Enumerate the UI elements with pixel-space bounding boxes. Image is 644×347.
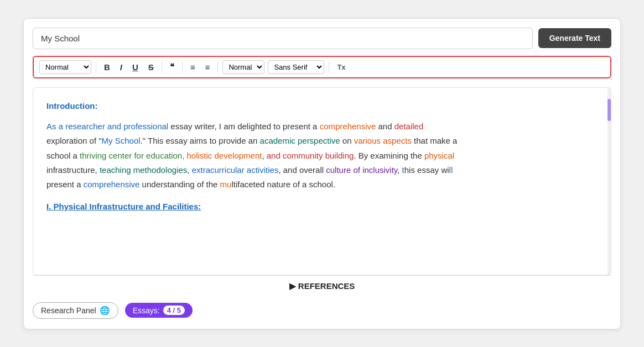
research-panel-button[interactable]: Research Panel 🌐 <box>33 302 118 319</box>
text-span-21: . By examining the <box>354 151 424 160</box>
text-span-29: , <box>397 165 402 175</box>
text-span-5: essay writer, I am delighted to present … <box>168 122 319 131</box>
globe-icon: 🌐 <box>100 306 110 316</box>
underline-button[interactable]: U <box>129 61 142 73</box>
text-span-24: teaching methodologies <box>100 165 187 175</box>
text-span-26: extracurricular activities <box>192 165 279 175</box>
text-span-2: researcher <box>65 122 105 131</box>
bold-button[interactable]: B <box>101 61 113 73</box>
text-span-10: My School <box>102 136 141 145</box>
text-span-13: on <box>340 136 354 145</box>
unordered-list-button[interactable]: ≡ <box>202 61 214 73</box>
toolbar: Normal Heading 1 Heading 2 Heading 3 B I… <box>33 56 611 78</box>
ordered-list-button[interactable]: ≡ <box>187 61 199 73</box>
references-bar[interactable]: ▶ REFERENCES <box>33 275 611 297</box>
text-span-16: school a <box>46 151 80 160</box>
essay-paragraph: As a researcher and professional essay w… <box>46 119 598 192</box>
text-span-15: that make a <box>412 136 458 145</box>
editor-content[interactable]: Introduction: As a researcher and profes… <box>33 88 611 265</box>
editor-wrapper: Introduction: As a researcher and profes… <box>33 87 611 275</box>
italic-button[interactable]: I <box>117 61 126 73</box>
text-span-31: his essay wi <box>404 165 449 175</box>
text-span-18: , holistic development <box>182 151 262 160</box>
bottom-bar: Research Panel 🌐 Essays: 4 / 5 <box>33 297 611 320</box>
text-span-9: exploration of " <box>46 136 102 145</box>
text-span-8: detailed <box>394 122 424 131</box>
toolbar-divider-3 <box>182 61 183 72</box>
section-heading: I. Physical Infrastructure and Facilitie… <box>46 199 598 214</box>
text-span-6: comprehensive <box>320 122 376 131</box>
font-style-select[interactable]: Normal <box>222 60 264 74</box>
title-input[interactable] <box>33 28 533 49</box>
font-family-select[interactable]: Sans Serif Serif Monospace <box>268 60 324 74</box>
main-container: Generate Text Normal Heading 1 Heading 2… <box>23 18 621 329</box>
essays-button[interactable]: Essays: 4 / 5 <box>125 303 193 318</box>
text-span-33: present a <box>46 180 84 189</box>
text-span-28: culture of inclusivity <box>326 165 397 175</box>
text-span-11: ." This essay aims to provide an <box>141 136 260 145</box>
text-span-27: , and overall <box>278 165 326 175</box>
text-span-12: academic perspective <box>260 136 340 145</box>
essays-count: 4 / 5 <box>163 306 185 315</box>
toolbar-divider-1 <box>96 61 96 72</box>
clear-format-button[interactable]: Tx <box>334 61 349 73</box>
top-bar: Generate Text <box>33 28 611 49</box>
generate-button[interactable]: Generate Text <box>538 28 611 48</box>
text-span-4: professional <box>123 122 168 131</box>
scroll-thumb <box>607 99 611 121</box>
text-span-25: , <box>187 165 191 175</box>
text-span-1: As a <box>46 122 65 131</box>
text-span-34: comprehensive <box>84 180 140 189</box>
text-span-20: and community building <box>267 151 354 160</box>
style-select[interactable]: Normal Heading 1 Heading 2 Heading 3 <box>39 60 91 74</box>
strikethrough-button[interactable]: S <box>145 61 157 73</box>
toolbar-divider-5 <box>329 61 329 72</box>
text-span-17: thriving center for education <box>80 151 182 160</box>
text-span-35: understanding of the <box>139 180 220 189</box>
text-span-7: and <box>376 122 394 131</box>
essays-label: Essays: <box>133 306 160 315</box>
text-span-32: ll <box>449 165 453 175</box>
text-span-36: mu <box>220 180 232 189</box>
text-span-37: ltifaceted nature of a school. <box>231 180 335 189</box>
toolbar-divider-4 <box>217 61 218 72</box>
text-span-19: , <box>262 151 266 160</box>
toolbar-divider-2 <box>162 61 162 72</box>
text-span-22: physical <box>424 151 454 160</box>
text-span-23: infrastructure, <box>46 165 100 175</box>
text-span-14: various aspects <box>354 136 412 145</box>
scroll-indicator <box>607 88 611 275</box>
research-panel-label: Research Panel <box>41 306 96 315</box>
quote-button[interactable]: ❝ <box>167 60 178 73</box>
text-span-3: and <box>105 122 123 131</box>
intro-heading: Introduction: <box>46 99 598 113</box>
